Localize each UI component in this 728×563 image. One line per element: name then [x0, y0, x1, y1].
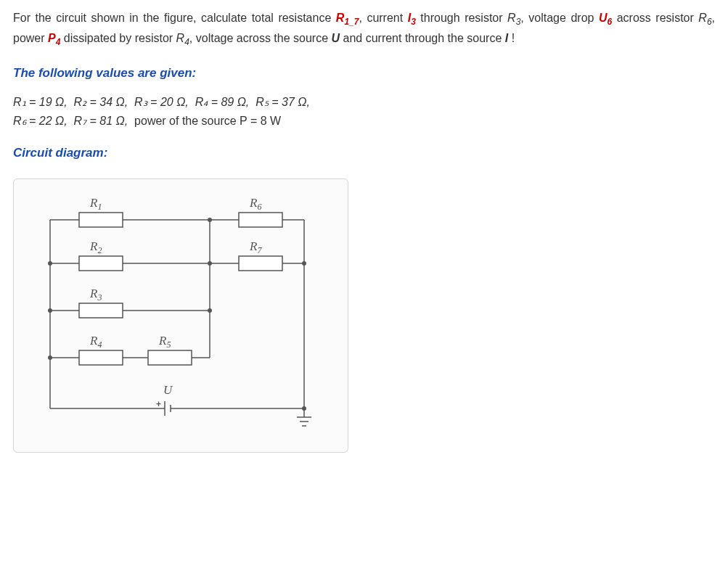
svg-text:R1: R1: [89, 196, 102, 212]
given-r7: R₇ = 81 Ω,: [74, 115, 128, 127]
svg-text:R6: R6: [249, 196, 261, 212]
svg-rect-15: [79, 350, 123, 365]
svg-point-47: [302, 261, 306, 266]
given-r4: R₄ = 89 Ω,: [195, 96, 250, 108]
svg-rect-26: [239, 256, 282, 271]
given-heading: The following values are given:: [13, 63, 715, 83]
svg-point-46: [208, 308, 212, 313]
svg-text:R7: R7: [249, 239, 262, 255]
given-p: power of the source P = 8 W: [134, 115, 281, 127]
svg-text:U: U: [163, 383, 173, 397]
svg-point-48: [302, 406, 306, 411]
given-r3: R₃ = 20 Ω,: [134, 96, 189, 108]
svg-rect-22: [239, 213, 282, 227]
svg-rect-7: [79, 256, 123, 271]
svg-text:R3: R3: [89, 287, 102, 303]
svg-point-45: [208, 261, 212, 266]
svg-text:R2: R2: [89, 239, 102, 255]
given-r1: R₁ = 19 Ω,: [13, 96, 68, 108]
svg-point-41: [48, 261, 52, 266]
svg-point-43: [48, 356, 52, 360]
svg-point-42: [48, 308, 52, 313]
svg-rect-11: [79, 303, 123, 318]
given-values: R₁ = 19 Ω, R₂ = 34 Ω, R₃ = 20 Ω, R₄ = 89…: [13, 93, 715, 130]
given-r2: R₂ = 34 Ω,: [74, 96, 128, 108]
svg-rect-17: [148, 350, 192, 365]
diagram-heading: Circuit diagram:: [13, 143, 715, 163]
given-r5: R₅ = 37 Ω,: [255, 96, 310, 108]
svg-rect-3: [79, 213, 123, 227]
svg-text:R4: R4: [89, 334, 102, 350]
svg-point-44: [208, 218, 212, 222]
circuit-diagram: R1 R2 R3 R4 R5 R6 R7 +: [13, 178, 348, 453]
svg-text:R5: R5: [158, 334, 171, 350]
svg-text:+: +: [156, 399, 161, 409]
problem-statement: For the circuit shown in the figure, cal…: [13, 9, 715, 50]
given-r6: R₆ = 22 Ω,: [13, 115, 68, 127]
